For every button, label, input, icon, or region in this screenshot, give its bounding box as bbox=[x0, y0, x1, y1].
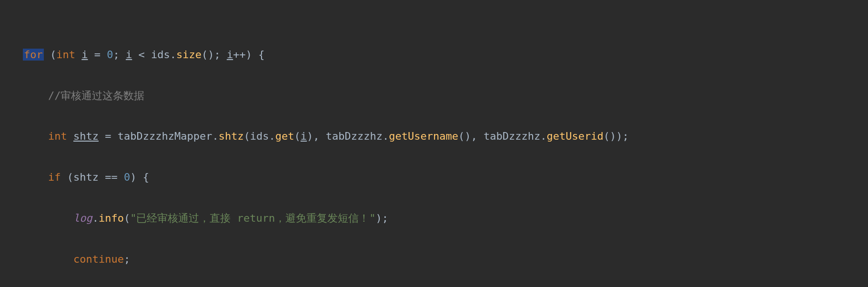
number-zero: 0 bbox=[124, 171, 130, 183]
code-line-1[interactable]: for (int i = 0; i < ids.size(); i++) { bbox=[0, 45, 868, 65]
var-i: i bbox=[227, 49, 233, 61]
var-i: i bbox=[126, 49, 132, 61]
method-shtz: shtz bbox=[219, 130, 244, 142]
number-zero: 0 bbox=[107, 49, 113, 61]
var-i: i bbox=[81, 49, 88, 61]
method-getUserid: getUserid bbox=[546, 130, 603, 142]
comment: //审核通过这条数据 bbox=[48, 90, 145, 102]
code-line-6[interactable]: continue; bbox=[0, 249, 868, 270]
var-i: i bbox=[301, 130, 307, 142]
keyword-int: int bbox=[56, 49, 75, 61]
keyword-if: if bbox=[48, 171, 61, 183]
code-line-5[interactable]: log.info("已经审核通过，直接 return，避免重复发短信！"); bbox=[0, 208, 868, 229]
code-line-2[interactable]: //审核通过这条数据 bbox=[0, 86, 868, 106]
method-info: info bbox=[99, 212, 124, 224]
code-line-3[interactable]: int shtz = tabDzzzhzMapper.shtz(ids.get(… bbox=[0, 126, 868, 147]
method-getUsername: getUsername bbox=[389, 130, 458, 142]
string-literal: "已经审核通过，直接 return，避免重复发短信！" bbox=[130, 212, 375, 224]
code-editor[interactable]: for (int i = 0; i < ids.size(); i++) { /… bbox=[0, 4, 868, 287]
code-line-4[interactable]: if (shtz == 0) { bbox=[0, 167, 868, 188]
method-size: size bbox=[176, 49, 202, 61]
var-shtz: shtz bbox=[73, 130, 99, 142]
method-get: get bbox=[275, 130, 294, 142]
keyword-continue: continue bbox=[73, 253, 124, 265]
keyword-int: int bbox=[48, 130, 67, 142]
field-log: log bbox=[73, 212, 92, 224]
keyword-for: for bbox=[23, 49, 44, 61]
